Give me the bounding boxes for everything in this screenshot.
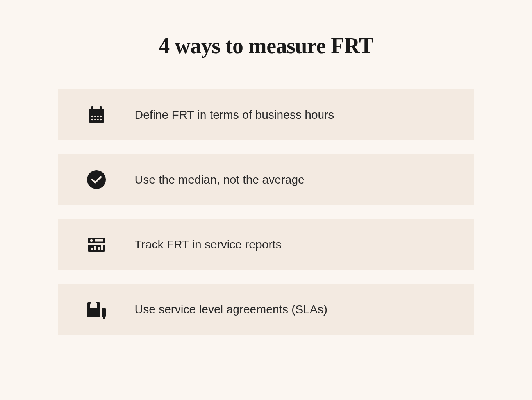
list-item-label: Use the median, not the average [135,173,305,186]
list-item-label: Track FRT in service reports [135,238,282,251]
svg-point-7 [100,116,102,118]
dashboard-icon [86,234,107,255]
svg-point-5 [94,116,96,118]
list-item-label: Use service level agreements (SLAs) [135,303,328,316]
svg-rect-16 [95,239,103,242]
svg-point-15 [90,239,92,242]
list-item: Use service level agreements (SLAs) [58,284,474,335]
svg-rect-22 [102,308,106,317]
svg-point-11 [100,119,102,121]
list-item: Track FRT in service reports [58,219,474,270]
list-item-label: Define FRT in terms of business hours [135,108,334,121]
list-item: Use the median, not the average [58,154,474,205]
svg-rect-2 [91,106,93,110]
svg-point-9 [94,119,96,121]
svg-rect-17 [91,248,93,250]
svg-point-6 [97,116,99,118]
svg-rect-1 [89,109,104,113]
ways-list: Define FRT in terms of business hours Us… [58,89,474,335]
page-title: 4 ways to measure FRT [159,33,373,58]
svg-rect-14 [88,243,105,245]
check-circle-icon [86,169,107,191]
sla-icon [86,298,107,320]
svg-rect-20 [101,245,103,250]
svg-point-12 [87,170,106,189]
svg-point-10 [97,119,99,121]
svg-rect-23 [103,317,105,319]
svg-point-8 [91,119,93,121]
calendar-icon [86,104,107,126]
svg-rect-3 [100,106,102,110]
svg-point-4 [91,116,93,118]
list-item: Define FRT in terms of business hours [58,89,474,140]
svg-rect-18 [94,246,96,250]
svg-rect-19 [98,247,100,250]
